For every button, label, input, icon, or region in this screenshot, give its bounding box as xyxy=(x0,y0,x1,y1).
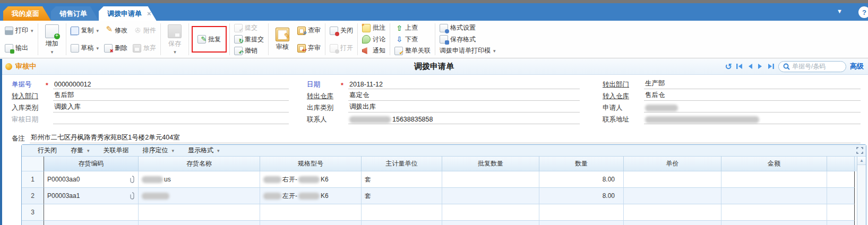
audit-button[interactable]: 审核 xyxy=(270,22,295,57)
unit-cell[interactable]: 套 xyxy=(362,188,442,204)
col-header-approved-qty[interactable]: 批复数量 xyxy=(442,157,539,171)
advanced-search-link[interactable]: 高级 xyxy=(850,62,864,71)
save-format-button[interactable]: 保存格式 xyxy=(437,34,499,45)
modify-button[interactable]: 修改 xyxy=(101,25,130,36)
approve-button[interactable]: 批复 xyxy=(195,34,224,45)
close-doc-icon xyxy=(330,27,338,35)
last-record-button[interactable] xyxy=(767,63,775,70)
field-label: 入库类别 xyxy=(12,103,46,112)
col-header-spec[interactable]: 规格型号 xyxy=(260,157,362,171)
print-button[interactable]: 打印 ▾ xyxy=(2,25,36,36)
item-name-cell[interactable]: us xyxy=(139,171,260,188)
tab-my-desktop[interactable]: 我的桌面 xyxy=(3,6,51,21)
grid-expand-icon[interactable] xyxy=(856,147,863,155)
paperclip-icon[interactable] xyxy=(130,192,135,200)
delete-button[interactable]: 删除 xyxy=(101,43,130,53)
close-doc-button[interactable]: 关闭 xyxy=(327,25,356,36)
in-dept-value[interactable]: 售后部 xyxy=(53,91,289,101)
doc-link-button[interactable]: 整单关联 xyxy=(392,46,433,56)
field-address: 联系地址 xyxy=(603,116,861,124)
paperclip-icon[interactable] xyxy=(130,176,135,183)
grid-menu-related-docs[interactable]: 关联单据 xyxy=(104,146,129,155)
grid-menu-row-close[interactable]: 行关闭 xyxy=(38,146,57,155)
table-row[interactable]: 1 P00003aa0 us 右开- K6 套 8.00 xyxy=(22,171,857,188)
col-header-unit-price[interactable]: 单价 xyxy=(624,157,721,171)
col-header-qty[interactable]: 数量 xyxy=(539,157,624,171)
tab-close-icon[interactable]: × xyxy=(147,10,151,18)
date-value[interactable]: 2018-11-12 xyxy=(348,81,580,89)
grid-menu-sort-locate[interactable]: 排序定位▾ xyxy=(143,146,175,155)
field-label[interactable]: 转出仓库 xyxy=(307,92,341,101)
field-label[interactable]: 转入仓库 xyxy=(603,92,637,101)
doc-no-value[interactable]: 0000000012 xyxy=(53,81,289,89)
approved-qty-cell[interactable] xyxy=(442,171,539,188)
col-header-item-code[interactable]: 存货编码 xyxy=(44,157,139,171)
table-row[interactable]: 4 xyxy=(22,221,857,225)
price-cell[interactable] xyxy=(624,171,721,188)
print-template-dropdown[interactable]: 调拨申请单打印模 ▾ xyxy=(437,46,499,56)
query-down-button[interactable]: 下查 xyxy=(392,34,433,45)
qty-cell[interactable]: 8.00 xyxy=(539,188,624,204)
discuss-button[interactable]: 讨论 xyxy=(359,34,388,45)
notify-button[interactable]: 通知 xyxy=(359,46,388,56)
discard-icon xyxy=(133,44,141,53)
item-spec-cell[interactable]: 左开- K6 xyxy=(260,188,362,204)
grid-menu-stock[interactable]: 存量▾ xyxy=(71,146,90,155)
table-row[interactable]: 2 P00003aa1 左开- K6 套 8.00 xyxy=(22,188,857,204)
field-label[interactable]: 转出部门 xyxy=(603,80,637,89)
approved-qty-cell[interactable] xyxy=(442,188,539,204)
grid-menu-display-format[interactable]: 显示格式▾ xyxy=(188,146,220,155)
chevron-down-icon: ▾ xyxy=(87,148,90,153)
annotate-button[interactable]: 批注 xyxy=(359,23,388,33)
address-value[interactable] xyxy=(644,116,861,124)
unaudit-button[interactable]: 弃审 xyxy=(295,43,323,53)
query-up-button[interactable]: 上查 xyxy=(392,23,433,33)
in-warehouse-value[interactable]: 售后仓 xyxy=(644,91,861,101)
prev-record-button[interactable] xyxy=(747,63,753,70)
field-label[interactable]: 转入部门 xyxy=(12,92,46,101)
export-button[interactable]: 输出 xyxy=(2,43,36,53)
amount-cell[interactable] xyxy=(721,188,827,204)
field-doc-no: 单据号 * 0000000012 xyxy=(12,81,289,89)
doc-search-box[interactable] xyxy=(778,61,846,72)
button-label: 查审 xyxy=(308,26,321,35)
unit-cell[interactable]: 套 xyxy=(362,171,442,188)
grid-table: 存货编码 存货名称 规格型号 主计量单位 批复数量 数量 单价 金额 1 P00… xyxy=(22,157,857,225)
tab-sales-order[interactable]: 销售订单 xyxy=(51,6,99,21)
scroll-up-icon[interactable]: ▲ xyxy=(857,157,866,165)
col-header-amount[interactable]: 金额 xyxy=(721,157,827,171)
refresh-button[interactable]: ↺ xyxy=(725,62,732,72)
button-label: 重提交 xyxy=(245,35,264,44)
price-cell[interactable] xyxy=(624,188,721,204)
col-header-item-name[interactable]: 存货名称 xyxy=(139,157,260,171)
copy-button[interactable]: 复制 ▾ xyxy=(68,25,102,36)
resubmit-button[interactable]: 重提交 xyxy=(231,34,267,45)
vertical-scrollbar[interactable]: ▲ xyxy=(857,157,866,225)
remark-value[interactable]: 郑州市二七区丹枫路青秀家苑B区1号楼2单元404室 xyxy=(30,133,861,143)
add-button[interactable]: 增加 ▾ xyxy=(40,22,64,57)
applicant-value[interactable] xyxy=(644,105,861,112)
contact-value[interactable]: 15638835858 xyxy=(348,116,580,124)
search-input[interactable] xyxy=(792,63,840,70)
out-dept-value[interactable]: 生产部 xyxy=(644,79,861,89)
tab-transfer-requisition[interactable]: 调拨申请单 × xyxy=(99,6,157,21)
check-audit-button[interactable]: 查审 xyxy=(295,25,323,36)
item-spec-cell[interactable]: 右开- K6 xyxy=(260,171,362,188)
in-type-value[interactable]: 调拨入库 xyxy=(53,102,289,112)
first-record-button[interactable] xyxy=(736,63,743,70)
qty-cell[interactable]: 8.00 xyxy=(539,171,624,188)
required-asterisk: * xyxy=(46,82,53,89)
draft-button[interactable]: 草稿 ▾ xyxy=(68,43,102,53)
table-row[interactable]: 3 xyxy=(22,204,857,221)
revoke-button[interactable]: 撤销 xyxy=(231,46,267,56)
next-record-button[interactable] xyxy=(757,63,763,70)
out-type-value[interactable]: 调拨出库 xyxy=(348,102,580,112)
out-warehouse-value[interactable]: 嘉定仓 xyxy=(348,91,580,101)
required-asterisk: * xyxy=(341,82,348,89)
help-icon[interactable]: ? xyxy=(858,6,868,18)
col-header-unit[interactable]: 主计量单位 xyxy=(362,157,442,171)
chevron-down-icon[interactable]: ▼ xyxy=(837,8,843,14)
item-name-cell[interactable] xyxy=(139,188,260,204)
amount-cell[interactable] xyxy=(721,171,827,188)
format-settings-button[interactable]: 格式设置 xyxy=(437,23,499,33)
